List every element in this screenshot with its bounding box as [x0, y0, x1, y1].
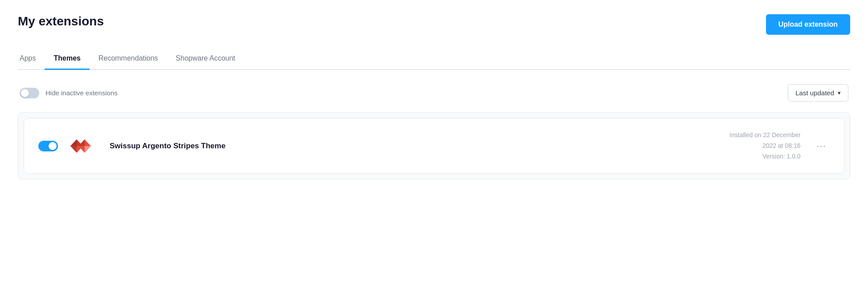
svg-marker-5 [85, 146, 91, 153]
tab-recommendations[interactable]: Recommendations [90, 49, 167, 70]
extension-meta: Installed on 22 December 2022 at 08:16 V… [729, 130, 801, 162]
header-row: My extensions Upload extension [18, 14, 850, 35]
sort-label: Last updated [795, 89, 834, 97]
tab-themes[interactable]: Themes [45, 49, 89, 70]
extension-active-toggle[interactable] [38, 141, 58, 151]
sort-dropdown[interactable]: Last updated ▾ [788, 84, 848, 102]
extensions-list: Swissup Argento Stripes Theme Installed … [18, 112, 850, 179]
extension-name: Swissup Argento Stripes Theme [110, 142, 717, 151]
hide-inactive-toggle[interactable] [20, 88, 39, 98]
card-toggle-thumb [49, 142, 57, 150]
hide-inactive-label: Hide inactive extensions [45, 89, 118, 97]
svg-marker-2 [70, 139, 77, 146]
installed-date-line1: Installed on 22 December [729, 130, 801, 141]
upload-extension-button[interactable]: Upload extension [766, 14, 850, 35]
controls-row: Hide inactive extensions Last updated ▾ [18, 70, 850, 112]
tab-apps[interactable]: Apps [18, 49, 45, 70]
installed-date-line2: 2022 at 08:16 [729, 141, 801, 151]
toggle-track [20, 88, 39, 98]
extension-logo [70, 137, 97, 155]
page-title: My extensions [18, 14, 104, 28]
tabs-row: Apps Themes Recommendations Shopware Acc… [18, 49, 850, 70]
chevron-down-icon: ▾ [838, 90, 841, 96]
tab-shopware-account[interactable]: Shopware Account [167, 49, 244, 70]
extension-card: Swissup Argento Stripes Theme Installed … [24, 118, 844, 174]
hide-inactive-group: Hide inactive extensions [20, 88, 118, 98]
version-line: Version: 1.0.0 [729, 151, 801, 162]
card-toggle-track [38, 141, 58, 151]
toggle-thumb [21, 89, 29, 97]
extension-actions-menu[interactable]: ··· [813, 140, 830, 152]
